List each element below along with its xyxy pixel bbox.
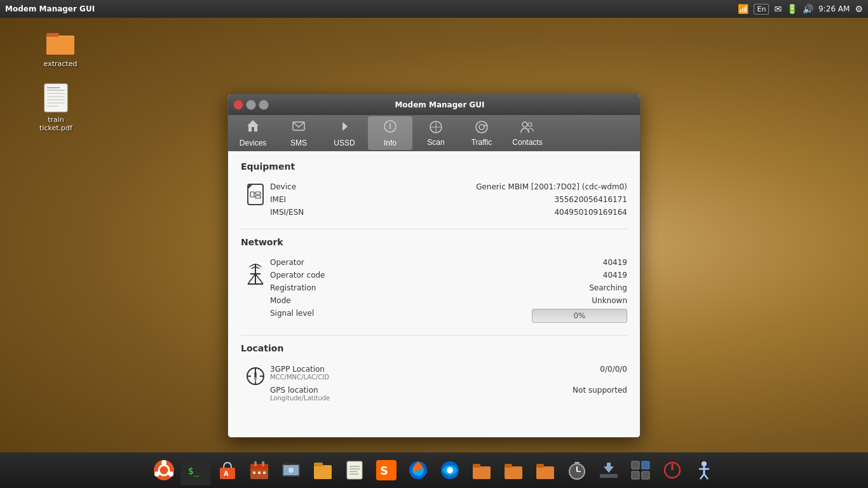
- svg-rect-62: [314, 465, 332, 479]
- network-title: Network: [241, 237, 627, 250]
- imsi-label: IMSI/ESN: [270, 208, 304, 217]
- svg-rect-77: [505, 466, 522, 479]
- wifi-icon[interactable]: 📶: [738, 4, 749, 14]
- svg-rect-3: [46, 37, 74, 55]
- svg-point-44: [161, 460, 166, 465]
- desktop-icon-train-ticket[interactable]: train ticket.pdf: [31, 83, 81, 132]
- email-tray-icon[interactable]: ✉: [774, 4, 782, 14]
- taskbar-ubuntu[interactable]: [149, 455, 179, 485]
- desktop-icon-label-extracted: extracted: [44, 60, 78, 68]
- taskbar-time-tracker[interactable]: [562, 455, 592, 485]
- taskbar-calendar[interactable]: [244, 455, 275, 485]
- scan-icon: [429, 120, 443, 136]
- svg-marker-41: [254, 377, 257, 384]
- svg-marker-40: [254, 369, 257, 375]
- tab-ussd[interactable]: USSD: [322, 116, 367, 150]
- tab-sms-label: SMS: [290, 139, 307, 147]
- desktop-icon-extracted[interactable]: extracted: [35, 27, 86, 68]
- main-content: Equipment Device: [228, 151, 640, 437]
- gpp-value: 0/0/0/0: [600, 365, 627, 381]
- signal-value: 0%: [573, 311, 585, 320]
- imei-label: IMEI: [270, 195, 286, 204]
- battery-icon[interactable]: 🔋: [787, 4, 797, 14]
- volume-icon[interactable]: 🔊: [803, 4, 813, 14]
- gpp-location-row: 3GPP Location MCC/MNC/LAC/CID 0/0/0/0: [270, 362, 627, 383]
- svg-point-46: [154, 471, 159, 477]
- taskbar-accessibility[interactable]: [689, 455, 719, 485]
- operator-code-value: 40419: [603, 271, 627, 280]
- signal-bar: 0%: [532, 309, 627, 323]
- device-value: Generic MBIM [2001:7D02] (cdc-wdm0): [476, 182, 627, 191]
- taskbar-software-center[interactable]: A: [212, 455, 243, 485]
- svg-text:i: i: [389, 122, 391, 131]
- tab-scan-label: Scan: [427, 138, 444, 147]
- svg-line-97: [700, 474, 704, 479]
- tab-traffic[interactable]: Traffic: [459, 116, 504, 150]
- imsi-value: 404950109169164: [554, 208, 627, 217]
- svg-rect-89: [642, 461, 649, 469]
- pdf-icon: [41, 83, 71, 113]
- settings-icon[interactable]: ⚙: [855, 4, 863, 14]
- tab-info[interactable]: i Info: [368, 116, 412, 150]
- maximize-button[interactable]: [259, 100, 269, 110]
- tab-sms[interactable]: SMS: [276, 116, 321, 150]
- desktop-icon-label-train: train ticket.pdf: [31, 116, 81, 132]
- svg-point-94: [702, 461, 707, 466]
- svg-rect-88: [632, 461, 639, 469]
- taskbar-text-editor[interactable]: [339, 455, 370, 485]
- svg-rect-64: [347, 461, 362, 479]
- taskbar-sublime[interactable]: S: [371, 455, 402, 485]
- operator-value: 40419: [603, 258, 627, 267]
- svg-line-98: [704, 474, 708, 479]
- taskbar-files[interactable]: [308, 455, 338, 485]
- keyboard-layout-indicator[interactable]: En: [754, 4, 769, 15]
- tab-scan[interactable]: Scan: [414, 116, 458, 150]
- toolbar: Devices SMS USSD: [228, 115, 640, 151]
- svg-rect-61: [286, 463, 290, 465]
- taskbar: $_ A: [0, 452, 868, 488]
- svg-text:S: S: [380, 464, 388, 477]
- gps-main-label: GPS location: [270, 386, 330, 395]
- taskbar-download[interactable]: [593, 455, 624, 485]
- app-window: Modem Manager GUI Devices: [227, 94, 641, 438]
- minimize-button[interactable]: [246, 100, 256, 110]
- tab-devices[interactable]: Devices: [231, 116, 275, 150]
- folder-icon: [45, 27, 76, 57]
- svg-rect-57: [263, 471, 266, 474]
- operator-label: Operator: [270, 258, 304, 267]
- taskbar-folder-2[interactable]: [498, 455, 529, 485]
- taskbar-folder-3[interactable]: [530, 455, 560, 485]
- close-button[interactable]: [233, 100, 243, 110]
- taskbar-screenshot[interactable]: [276, 455, 306, 485]
- gpp-location-info: 3GPP Location MCC/MNC/LAC/CID: [270, 365, 329, 381]
- svg-marker-12: [247, 120, 259, 132]
- svg-rect-27: [255, 192, 261, 194]
- compass-icon: [241, 362, 270, 404]
- tab-contacts[interactable]: Contacts: [505, 116, 550, 150]
- gps-value: Not supported: [573, 386, 627, 402]
- svg-text:$_: $_: [188, 466, 199, 477]
- separator-2: [241, 335, 627, 336]
- taskbar-terminal[interactable]: $_: [180, 455, 211, 485]
- taskbar-folder-1[interactable]: [466, 455, 497, 485]
- mode-label: Mode: [270, 296, 291, 305]
- app-title-bar: Modem Manager GUI: [5, 4, 95, 13]
- svg-line-32: [248, 274, 255, 284]
- gpp-sub-label: MCC/MNC/LAC/CID: [270, 374, 329, 381]
- operator-code-label: Operator code: [270, 271, 325, 280]
- taskbar-workspace[interactable]: [625, 455, 656, 485]
- equipment-title: Equipment: [241, 161, 627, 174]
- top-panel: Modem Manager GUI 📶 En ✉ 🔋 🔊 9:26 AM ⚙: [0, 0, 868, 18]
- info-icon: i: [383, 119, 397, 137]
- mode-row: Mode Unknown: [270, 294, 627, 307]
- arrow-icon: [337, 119, 351, 137]
- taskbar-power[interactable]: [657, 455, 688, 485]
- home-icon: [246, 119, 260, 137]
- taskbar-thunderbird[interactable]: [435, 455, 465, 485]
- operator-row: Operator 40419: [270, 256, 627, 269]
- device-row: Device Generic MBIM [2001:7D02] (cdc-wdm…: [270, 180, 627, 193]
- title-bar: Modem Manager GUI: [228, 95, 640, 115]
- imei-value: 355620056416171: [554, 195, 627, 204]
- svg-point-35: [254, 375, 257, 377]
- taskbar-firefox[interactable]: [403, 455, 433, 485]
